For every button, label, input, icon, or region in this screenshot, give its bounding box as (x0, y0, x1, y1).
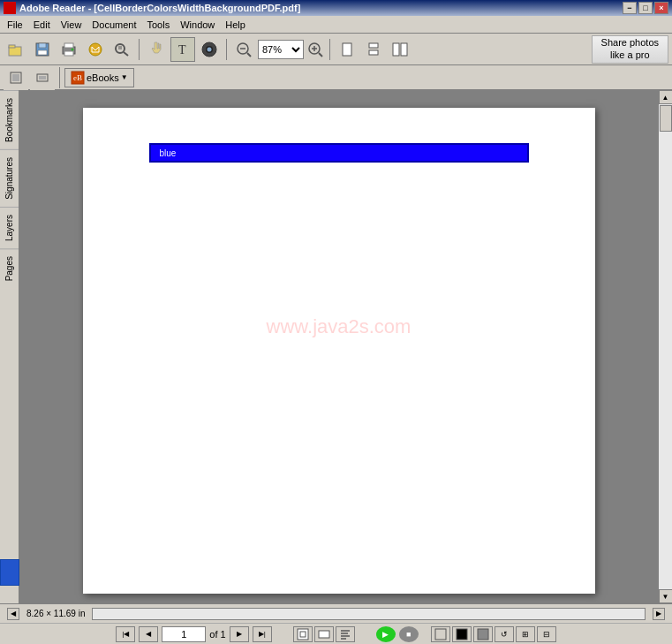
view-mode-buttons: ↺ ⊞ ⊟ (431, 626, 556, 642)
share-photos-line1: Share photos (601, 37, 659, 49)
main-toolbar: T 87% 50% 75% 100% 125% 150% (0, 34, 672, 65)
scroll-track-vertical[interactable] (659, 104, 673, 589)
svg-rect-1 (9, 45, 15, 48)
zoom-select[interactable]: 87% 50% 75% 100% 125% 150% (258, 40, 304, 59)
separator-3 (329, 39, 330, 60)
extra-button-3[interactable]: ⊟ (537, 626, 556, 642)
status-bar: ◀ 8.26 × 11.69 in ▶ (0, 603, 672, 623)
svg-text:eB: eB (73, 73, 82, 82)
svg-rect-39 (435, 629, 446, 640)
svg-rect-27 (369, 50, 378, 55)
svg-line-20 (247, 53, 251, 57)
scroll-left-button[interactable]: ◀ (7, 608, 19, 620)
media-controls: ▶ ■ (376, 626, 419, 642)
svg-point-17 (208, 47, 212, 51)
rotate-button[interactable]: ↺ (495, 626, 514, 642)
fit-width-button[interactable] (314, 626, 334, 642)
fit-page-button[interactable] (293, 626, 313, 642)
first-page-button[interactable] (116, 626, 135, 642)
maximize-button[interactable]: □ (638, 2, 653, 14)
app-icon (4, 2, 16, 14)
scrollbar-vertical: ▲ ▼ (658, 90, 672, 603)
two-page-button[interactable] (388, 37, 412, 62)
save-button[interactable] (30, 37, 55, 62)
reflow-button[interactable] (336, 626, 355, 642)
play-button[interactable]: ▶ (376, 626, 396, 642)
continuous-page-button[interactable] (361, 37, 386, 62)
svg-rect-36 (298, 629, 308, 640)
nav-bar: of 1 ▶ ■ ↺ ⊞ ⊟ (0, 623, 672, 644)
scroll-right-button[interactable]: ▶ (653, 608, 665, 620)
title-bar: Adobe Reader - [CellBorderColorsWidthBac… (0, 0, 672, 16)
bookmarks-tab[interactable]: Bookmarks (0, 90, 19, 149)
signatures-tab[interactable]: Signatures (0, 149, 19, 207)
toolbar2-btn1[interactable] (4, 65, 28, 90)
svg-rect-6 (64, 43, 73, 48)
menu-bar: File Edit View Document Tools Window Hel… (0, 16, 672, 34)
scroll-track-horizontal[interactable] (92, 608, 646, 620)
menu-edit[interactable]: Edit (28, 18, 56, 32)
fullscreen-button[interactable] (452, 626, 472, 642)
share-photos-button[interactable]: Share photos like a pro (592, 35, 668, 64)
menu-document[interactable]: Document (87, 18, 141, 32)
scroll-thumb-vertical[interactable] (660, 105, 672, 132)
menu-tools[interactable]: Tools (142, 18, 176, 32)
pdf-area: blue www.java2s.com (19, 90, 658, 603)
sidebar: Bookmarks Signatures Layers Pages (0, 90, 19, 603)
pdf-cell-blue: blue (149, 143, 529, 163)
last-page-button[interactable] (253, 626, 272, 642)
snapshot-button[interactable] (197, 37, 222, 62)
main-area: Bookmarks Signatures Layers Pages blue w… (0, 90, 672, 603)
pages-tab[interactable]: Pages (0, 248, 19, 288)
zoom-in-button[interactable] (306, 37, 325, 62)
single-page-button[interactable] (335, 37, 359, 62)
open-button[interactable] (4, 37, 28, 62)
next-page-button[interactable] (230, 626, 249, 642)
scroll-up-button[interactable]: ▲ (659, 90, 673, 104)
toolbar2-btn2[interactable] (30, 65, 55, 90)
menu-help[interactable]: Help (220, 18, 251, 32)
svg-rect-41 (478, 629, 488, 640)
text-select-button[interactable]: T (170, 37, 195, 62)
svg-text:T: T (178, 43, 186, 57)
search-button[interactable] (109, 37, 134, 62)
horizontal-scrollbar (92, 608, 646, 620)
pdf-page: blue www.java2s.com (83, 108, 595, 594)
ebooks-dropdown-arrow: ▼ (121, 73, 128, 81)
svg-rect-28 (393, 43, 399, 56)
menu-file[interactable]: File (2, 18, 28, 32)
watermark: www.java2s.com (267, 315, 412, 338)
close-button[interactable]: × (654, 2, 668, 14)
stop-button[interactable]: ■ (399, 626, 419, 642)
separator-1 (139, 39, 140, 60)
page-total: of 1 (209, 629, 225, 640)
scroll-down-button[interactable]: ▼ (659, 589, 673, 603)
prev-page-button[interactable] (139, 626, 158, 642)
svg-rect-4 (38, 50, 47, 55)
separator-2 (226, 39, 227, 60)
menu-window[interactable]: Window (175, 18, 220, 32)
extra-button-2[interactable]: ⊞ (516, 626, 535, 642)
zoom-out-button[interactable] (231, 37, 256, 62)
minimize-button[interactable]: − (623, 2, 637, 14)
svg-rect-3 (39, 43, 46, 48)
print-button[interactable] (57, 37, 81, 62)
ebooks-button[interactable]: eB eBooks ▼ (64, 68, 134, 87)
zoom-control: 87% 50% 75% 100% 125% 150% (258, 37, 325, 62)
email-button[interactable] (83, 37, 108, 62)
fit-buttons (293, 626, 355, 642)
menu-view[interactable]: View (56, 18, 87, 32)
page-indicator (0, 559, 19, 586)
separator-4 (59, 67, 60, 88)
extra-view-button[interactable] (473, 626, 493, 642)
svg-rect-25 (343, 43, 351, 56)
svg-rect-7 (64, 51, 73, 56)
svg-rect-26 (369, 43, 378, 48)
page-input[interactable] (162, 626, 206, 642)
share-photos-line2: like a pro (601, 49, 659, 61)
layers-tab[interactable]: Layers (0, 207, 19, 248)
hand-tool-button[interactable] (144, 37, 169, 62)
normal-view-button[interactable] (431, 626, 450, 642)
svg-point-8 (72, 48, 74, 50)
ebooks-label: eBooks (87, 72, 119, 83)
